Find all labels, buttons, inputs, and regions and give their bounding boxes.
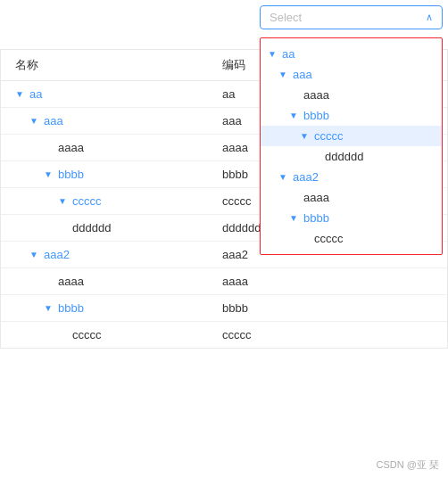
dropdown-item[interactable]: ccccc: [261, 126, 442, 146]
dropdown-item-label: aaa2: [293, 170, 319, 184]
chevron-icon: [278, 70, 289, 80]
dropdown-item-label: bbbb: [303, 211, 329, 225]
dropdown-item[interactable]: aaa2: [261, 167, 442, 187]
row-name-label: bbbb: [58, 168, 84, 181]
dropdown-item[interactable]: bbbb: [261, 208, 442, 228]
row-name-label: dddddd: [72, 221, 111, 234]
dropdown-item-label: bbbb: [303, 109, 329, 122]
cell-code: bbbb: [215, 301, 447, 315]
row-name-label: aaa: [44, 114, 63, 127]
cell-name: aaaa: [1, 141, 215, 154]
dropdown-item-label: aaaa: [303, 191, 329, 204]
cell-name: dddddd: [1, 221, 215, 234]
row-name-label: bbbb: [58, 301, 84, 315]
chevron-icon: [300, 131, 311, 142]
table-row[interactable]: aaaaaaaa: [1, 268, 447, 295]
dropdown-item-label: aaa: [293, 68, 312, 81]
cell-name: aa: [1, 87, 215, 101]
cell-name: ccccc: [1, 328, 215, 341]
dropdown-item-label: aa: [282, 47, 295, 61]
cell-code: ccccc: [215, 328, 447, 341]
chevron-icon: [278, 172, 289, 183]
dropdown-container: Select ∧ aaaaaaaaabbbbcccccddddddaaa2aaa…: [260, 5, 443, 29]
cell-name: bbbb: [1, 168, 215, 181]
select-dropdown[interactable]: Select ∧: [260, 5, 443, 29]
table-row[interactable]: bbbbbbbb: [1, 295, 447, 322]
row-name-label: aaa2: [44, 248, 70, 261]
dropdown-item-label: aaaa: [303, 88, 329, 102]
row-chevron-icon: [29, 250, 40, 260]
dropdown-item-label: dddddd: [325, 150, 363, 163]
dropdown-item[interactable]: dddddd: [261, 146, 442, 167]
row-name-label: aaaa: [58, 141, 84, 154]
row-name-label: ccccc: [72, 328, 102, 341]
row-chevron-icon: [15, 89, 26, 100]
dropdown-placeholder: Select: [270, 11, 302, 24]
dropdown-item[interactable]: ccccc: [261, 228, 442, 249]
row-name-label: aaaa: [58, 275, 84, 288]
cell-code: aaaa: [215, 275, 447, 288]
dropdown-item[interactable]: aaaa: [261, 187, 442, 208]
table-row[interactable]: cccccccccc: [1, 322, 447, 348]
cell-name: aaa: [1, 114, 215, 127]
row-name-label: aa: [29, 87, 42, 101]
dropdown-item-label: ccccc: [314, 129, 344, 143]
dropdown-item[interactable]: aaa: [261, 64, 442, 85]
watermark: CSDN @亚 琹: [377, 458, 439, 472]
dropdown-item[interactable]: aa: [261, 44, 442, 64]
chevron-icon: [289, 111, 300, 121]
row-chevron-icon: [29, 116, 40, 127]
row-chevron-icon: [44, 169, 54, 180]
cell-name: bbbb: [1, 301, 215, 315]
dropdown-item-label: ccccc: [314, 232, 344, 245]
cell-name: aaaa: [1, 275, 215, 288]
row-chevron-icon: [44, 303, 54, 314]
dropdown-item[interactable]: bbbb: [261, 105, 442, 126]
row-name-label: ccccc: [72, 194, 102, 208]
col-name-header: 名称: [1, 57, 215, 73]
cell-name: ccccc: [1, 194, 215, 208]
dropdown-menu: aaaaaaaaabbbbcccccddddddaaa2aaaabbbbcccc…: [260, 37, 443, 255]
chevron-up-icon: ∧: [426, 12, 433, 23]
row-chevron-icon: [58, 196, 69, 207]
chevron-icon: [289, 213, 300, 224]
cell-name: aaa2: [1, 248, 215, 261]
dropdown-item[interactable]: aaaa: [261, 85, 442, 105]
chevron-icon: [268, 49, 278, 60]
